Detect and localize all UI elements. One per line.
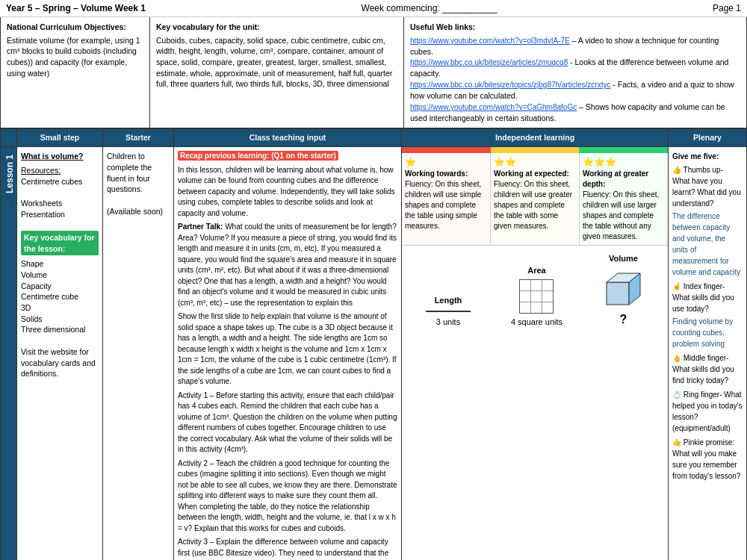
exp-title: Working at expected: (494, 169, 576, 179)
plenary-thumb: 👍 Thumbs up- What have you learnt? What … (672, 164, 743, 209)
length-label: Length (426, 295, 471, 306)
area-diagram: Area 4 square units (511, 265, 562, 329)
indep-wt-content: ⭐ Working towards: Fluency: On this shee… (402, 153, 491, 245)
visit-website: Visit the website for vocabulary cards a… (21, 346, 99, 379)
vocab-three-dimensional: Three dimensional (21, 324, 99, 335)
info-box-1: National Curriculum Objectives: Estimate… (1, 17, 150, 128)
exp-text: Fluency: On this sheet, children will us… (494, 179, 576, 231)
volume-diagram: Volume ? (603, 253, 644, 329)
gd-text: Fluency: On this sheet, children will us… (583, 190, 665, 242)
starter-cell: Children to complete the fluent in four … (103, 147, 174, 560)
resources-label: Resources: (21, 165, 99, 176)
link-4[interactable]: https://www.youtube.com/watch?v=CaGhm8af… (410, 103, 577, 111)
exp-stars: ⭐⭐ (494, 156, 576, 169)
activity2: Activity 2 – Teach the children a good t… (178, 458, 397, 535)
header-row: Year 5 – Spring – Volume Week 1 Week com… (0, 0, 747, 17)
indep-content-row: ⭐ Working towards: Fluency: On this shee… (402, 153, 668, 245)
header-week: Week commencing: ___________ (362, 3, 498, 13)
lesson-label-cell: Lesson 1 (1, 147, 17, 560)
indep-wt-header (402, 147, 491, 153)
main-table: Small step Starter Class teaching input … (0, 128, 747, 560)
indep-exp-content: ⭐⭐ Working at expected: Fluency: On this… (491, 153, 580, 245)
worksheets: Worksheets Presentation (21, 198, 99, 220)
indep-gd-header (579, 147, 668, 153)
area-units: 4 square units (511, 317, 562, 328)
plenary-index-text: Finding volume by counting cubes, proble… (672, 316, 743, 349)
info-box-2: Key vocabulary for the unit: Cuboids, cu… (150, 17, 404, 128)
info-title-3: Useful Web links: (410, 22, 740, 33)
vocab-centimetre-cube: Centimetre cube (21, 291, 99, 302)
plenary-cell: Give me five: 👍 Thumbs up- What have you… (669, 147, 747, 560)
info-title-1: National Curriculum Objectives: (7, 22, 143, 33)
link-2[interactable]: https://www.bbc.co.uk/bitesize/articles/… (410, 58, 568, 66)
teaching-intro: In this lesson, children will be learnin… (178, 165, 397, 220)
resources-content: Centimetre cubes (21, 176, 99, 187)
volume-q: ? (603, 311, 644, 328)
info-content-1: Estimate volume (for example, using 1 cm… (7, 35, 143, 79)
vocab-volume: Volume (21, 270, 99, 281)
indep-header: Independent learning (402, 129, 669, 147)
partner-text: What could the units of measurement be f… (178, 223, 397, 307)
volume-label: Volume (603, 253, 644, 264)
indep-exp-header (491, 147, 580, 153)
gd-title: Working at greater depth: (583, 169, 665, 190)
starter-available: (Available soon) (107, 206, 170, 217)
plenary-pinkie: 🤙 Pinkie promise: What will you make sur… (672, 437, 743, 482)
plenary-intro: Give me five: (672, 151, 743, 162)
plenary-header: Plenary (669, 129, 747, 147)
area-label: Area (511, 265, 562, 276)
teaching-header: Class teaching input (174, 129, 402, 147)
volume-cube-svg (603, 267, 644, 308)
teaching-cell: Recap previous learning: (Q1 on the star… (174, 147, 402, 560)
vocab-capacity: Capacity (21, 281, 99, 292)
info-box-3: Useful Web links: https://www.youtube.co… (404, 17, 746, 128)
partner-label: Partner Talk: (178, 223, 223, 231)
indep-headers-row (402, 147, 668, 153)
starter-text: Children to complete the fluent in four … (107, 151, 170, 195)
recap-label: Recap previous learning: (Q1 on the star… (178, 151, 397, 162)
starter-header: Starter (103, 129, 174, 147)
wt-text: Fluency: On this sheet, children will us… (405, 179, 487, 231)
length-units: 3 units (426, 317, 471, 328)
small-step-header: Small step (17, 129, 103, 147)
info-title-2: Key vocabulary for the unit: (156, 22, 397, 33)
key-vocab-label: Key vocabulary for the lesson: (21, 231, 99, 255)
activity1: Activity 1 – Before starting this activi… (178, 391, 397, 455)
vocab-solids: Solids (21, 314, 99, 325)
header-page: Page 1 (713, 3, 741, 13)
svg-rect-0 (607, 282, 629, 305)
lesson-col-header (1, 129, 17, 147)
vocab-shape: Shape (21, 258, 99, 270)
link-3[interactable]: https://www.bbc.co.uk/bitesize/topics/zj… (410, 81, 610, 89)
plenary-diff-text: The difference between capacity and volu… (672, 211, 743, 278)
vocab-3d: 3D (21, 302, 99, 314)
diagram-row: Length 3 units Area 4 square units (402, 245, 668, 336)
show-slide: Show the first slide to help explain tha… (178, 311, 397, 388)
small-step-title: What is volume? (21, 151, 99, 162)
indep-cell: ⭐ Working towards: Fluency: On this shee… (402, 147, 669, 560)
info-links: https://www.youtube.com/watch?v=ol3mdvIA… (410, 35, 740, 124)
header-title: Year 5 – Spring – Volume Week 1 (6, 3, 146, 13)
lesson-label: Lesson 1 (1, 147, 16, 201)
indep-gd-content: ⭐⭐⭐ Working at greater depth: Fluency: O… (580, 153, 668, 245)
wt-stars: ⭐ (405, 156, 487, 169)
plenary-middle: 🖕 Middle finger- What skills did you fin… (672, 352, 743, 386)
length-diagram: Length 3 units (426, 295, 471, 329)
small-step-cell: What is volume? Resources: Centimetre cu… (17, 147, 103, 560)
recap-highlight: Recap previous learning: (Q1 on the star… (178, 151, 338, 161)
wt-title: Working towards: (405, 169, 487, 179)
info-section: National Curriculum Objectives: Estimate… (0, 17, 747, 128)
activity3: Activity 3 – Explain the difference betw… (178, 537, 397, 560)
plenary-index: ☝ Index finger- What skills did you use … (672, 281, 743, 314)
partner-talk: Partner Talk: What could the units of me… (178, 222, 397, 308)
plenary-ring: 💍 Ring finger- What helped you in today'… (672, 389, 743, 434)
link-1[interactable]: https://www.youtube.com/watch?v=ol3mdvIA… (410, 37, 570, 45)
gd-stars: ⭐⭐⭐ (583, 156, 665, 169)
info-content-2: Cuboids, cubes, capacity, solid space, c… (156, 35, 397, 90)
area-grid (519, 279, 554, 314)
